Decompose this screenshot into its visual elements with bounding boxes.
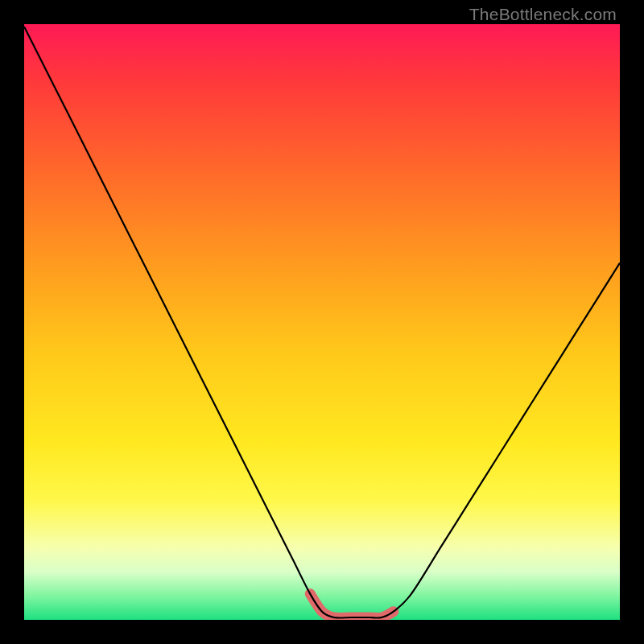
watermark-text: TheBottleneck.com	[469, 5, 617, 24]
bottleneck-curve	[24, 27, 620, 618]
bottleneck-chart: TheBottleneck.com	[0, 0, 644, 644]
curve-layer	[24, 24, 620, 620]
bottleneck-highlight	[310, 594, 394, 618]
plot-area	[24, 24, 620, 620]
